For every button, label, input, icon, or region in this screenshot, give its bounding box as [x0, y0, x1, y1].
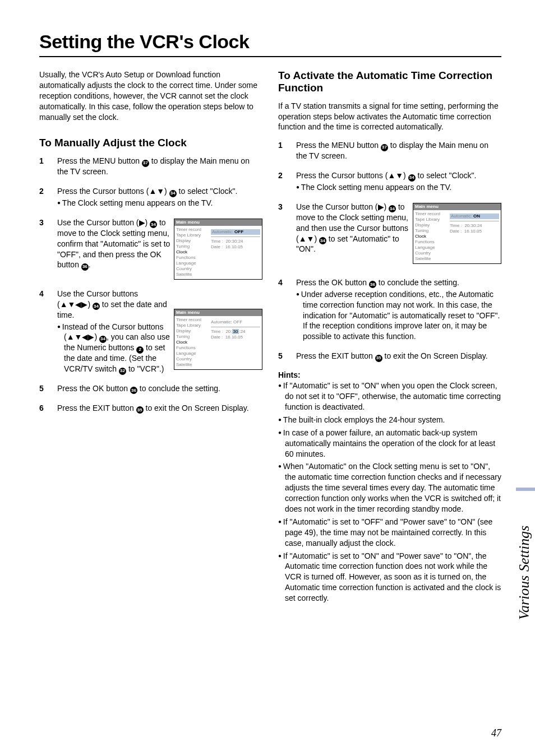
- page-title: Setting the VCR's Clock: [39, 31, 501, 53]
- step-number: 3: [278, 202, 296, 268]
- ref-32-icon: 32: [119, 368, 126, 375]
- auto-step-2: Press the Cursor buttons (▲▼) 34 to sele…: [296, 170, 501, 193]
- ref-36-icon: 36: [130, 387, 137, 394]
- ref-36-icon: 36: [81, 263, 89, 271]
- step-number: 1: [39, 156, 57, 177]
- ref-34-icon: 34: [408, 174, 416, 182]
- hints-heading: Hints:: [278, 370, 501, 379]
- ref-34-icon: 34: [99, 336, 107, 343]
- ref-34-icon: 34: [389, 205, 396, 212]
- manual-step-1: Press the MENU button 37 to display the …: [57, 156, 262, 177]
- section-tab: Various Settings: [516, 488, 535, 620]
- step-number: 2: [278, 170, 296, 193]
- ref-35-icon: 35: [136, 406, 144, 414]
- manual-step-3: Main menu Timer record Tape Library Disp…: [57, 217, 262, 280]
- manual-step-6: Press the EXIT button 35 to exit the On …: [57, 403, 262, 414]
- auto-step-2-sub: The Clock setting menu appears on the TV…: [296, 182, 501, 193]
- auto-step-3: Main menu Timer record Tape Library Disp…: [296, 202, 501, 268]
- hint-item: If "Automatic" is set to "ON" when you o…: [278, 381, 501, 412]
- auto-step-1: Press the MENU button 37 to display the …: [296, 140, 501, 161]
- hint-item: If "Automatic" is set to "ON" and "Power…: [278, 551, 501, 604]
- hint-item: The built-in clock employs the 24-hour s…: [278, 415, 501, 425]
- step-number: 4: [39, 289, 57, 374]
- ref-34-icon: 34: [319, 237, 326, 244]
- clock-menu-figure-off-b: Main menu Timer record Tape Library Disp…: [174, 309, 262, 370]
- step-number: 5: [39, 383, 57, 394]
- auto-heading: To Activate the Automatic Time Correctio…: [278, 69, 501, 94]
- ref-37-icon: 37: [142, 160, 149, 167]
- ref-36-icon: 36: [369, 281, 376, 288]
- auto-step-4: Press the OK button 36 to conclude the s…: [296, 277, 501, 342]
- manual-step-5: Press the OK button 36 to conclude the s…: [57, 383, 262, 394]
- hint-item: In case of a power failure, an automatic…: [278, 428, 501, 460]
- intro-text: Usually, the VCR's Auto Setup or Downloa…: [39, 69, 262, 122]
- hints-list: If "Automatic" is set to "ON" when you o…: [278, 381, 501, 604]
- ref-34-icon: 34: [169, 190, 177, 197]
- manual-step-2: Press the Cursor buttons (▲▼) 34 to sele…: [57, 186, 262, 208]
- hint-item: When "Automatic" on the Clock setting me…: [278, 461, 501, 514]
- ref-35-icon: 35: [375, 355, 382, 362]
- ref-34-icon: 34: [93, 303, 100, 310]
- clock-menu-figure-off: Main menu Timer record Tape Library Disp…: [174, 219, 262, 280]
- ref-37-icon: 37: [381, 144, 388, 151]
- page-number: 47: [491, 727, 501, 739]
- step-number: 4: [278, 277, 296, 342]
- clock-menu-figure-on: Main menu Timer record Tape Library Disp…: [413, 203, 501, 264]
- auto-step-5: Press the EXIT button 35 to exit the On …: [296, 351, 501, 361]
- manual-heading: To Manually Adjust the Clock: [39, 137, 262, 149]
- hint-item: If "Automatic" is set to "OFF" and "Powe…: [278, 517, 501, 549]
- auto-intro: If a TV station transmits a signal for t…: [278, 101, 501, 133]
- auto-step-4-sub: Under adverse reception conditions, etc.…: [296, 289, 501, 342]
- step-number: 5: [278, 351, 296, 361]
- step-number: 6: [39, 403, 57, 414]
- manual-step-2-sub: The Clock setting menu appears on the TV…: [57, 198, 262, 208]
- step-number: 1: [278, 140, 296, 161]
- ref-34-icon: 34: [150, 221, 157, 228]
- ref-2-icon: 2: [136, 346, 144, 354]
- step-number: 2: [39, 186, 57, 208]
- step-number: 3: [39, 217, 57, 280]
- title-rule: [39, 56, 501, 57]
- manual-step-4: Main menu Timer record Tape Library Disp…: [57, 289, 262, 374]
